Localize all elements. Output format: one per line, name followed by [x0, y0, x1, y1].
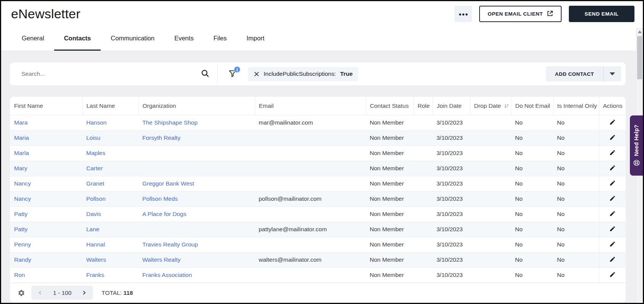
contact-last-name-link[interactable]: Hanson — [86, 119, 106, 126]
contact-first-name-link[interactable]: Randy — [14, 256, 31, 263]
column-header-join-date[interactable]: Join Date — [433, 97, 470, 115]
contact-last-name-link[interactable]: Hannal — [86, 241, 105, 248]
contact-organization-link[interactable]: A Place for Dogs — [142, 211, 186, 217]
tab-contacts[interactable]: Contacts — [54, 27, 101, 51]
edit-contact-button[interactable] — [607, 224, 618, 234]
tab-communication[interactable]: Communication — [101, 27, 164, 51]
scroll-up-arrow-icon[interactable] — [638, 30, 642, 33]
pencil-icon — [609, 271, 616, 278]
page-range: 1 - 100 — [46, 290, 78, 296]
column-header-first-name[interactable]: First Name — [10, 97, 82, 115]
contact-first-name-link[interactable]: Penny — [14, 241, 31, 248]
contact-drop-date — [470, 146, 511, 161]
pencil-icon — [609, 165, 616, 171]
edit-contact-button[interactable] — [607, 148, 618, 158]
grid-settings-button[interactable] — [18, 289, 25, 297]
contact-organization-link[interactable]: Pollson Meds — [142, 195, 178, 202]
edit-contact-button[interactable] — [607, 240, 618, 250]
contact-actions-cell — [599, 130, 626, 146]
edit-contact-button[interactable] — [607, 194, 618, 204]
add-contact-button[interactable]: ADD CONTACT — [546, 66, 604, 82]
column-header-last-name[interactable]: Last Name — [82, 97, 138, 115]
need-help-tab[interactable]: Need Help? — [630, 115, 643, 176]
contact-last-name-link[interactable]: Pollson — [86, 195, 106, 202]
contact-organization-link[interactable]: Forsyth Realty — [142, 134, 180, 141]
contact-last-name-link[interactable]: Maples — [86, 150, 105, 156]
contact-status: Non Member — [366, 252, 414, 267]
tab-events[interactable]: Events — [164, 27, 203, 51]
contact-join-date: 3/10/2023 — [433, 130, 470, 146]
contact-first-name-link[interactable]: Patty — [14, 226, 27, 232]
column-header-is-internal-only[interactable]: Is Internal Only — [553, 97, 599, 115]
next-page-button[interactable] — [78, 290, 90, 296]
pagination: 1 - 100 — [31, 286, 93, 300]
column-header-organization[interactable]: Organization — [138, 97, 255, 115]
edit-contact-button[interactable] — [607, 209, 618, 219]
contact-first-name-link[interactable]: Patty — [14, 211, 27, 217]
contact-last-name-link[interactable]: Walters — [86, 256, 106, 263]
contact-join-date: 3/10/2023 — [433, 161, 470, 176]
contact-role — [414, 130, 433, 146]
open-email-client-button[interactable]: OPEN EMAIL CLIENT — [479, 6, 562, 22]
edit-contact-button[interactable] — [607, 179, 618, 189]
contact-first-name-link[interactable]: Mara — [14, 119, 27, 126]
tab-import[interactable]: Import — [237, 27, 274, 51]
contact-email — [255, 161, 366, 176]
gear-icon — [18, 289, 25, 297]
contact-role — [414, 267, 433, 283]
contact-last-name-link[interactable]: Carter — [86, 165, 103, 171]
contact-first-name-link[interactable]: Nancy — [14, 195, 31, 202]
chevron-left-icon — [37, 290, 43, 296]
contact-last-name-link[interactable]: Davis — [86, 211, 101, 217]
edit-contact-button[interactable] — [607, 255, 618, 265]
contact-actions-cell — [599, 176, 626, 191]
contact-last-name-link[interactable]: Granet — [86, 180, 104, 187]
contact-is-internal-only: No — [553, 222, 599, 237]
edit-contact-button[interactable] — [607, 270, 618, 280]
contact-organization-link[interactable]: Travies Realty Group — [142, 241, 198, 248]
search-icon[interactable] — [201, 69, 209, 79]
contact-actions-cell — [599, 222, 626, 237]
tab-general[interactable]: General — [12, 27, 54, 51]
tab-files[interactable]: Files — [203, 27, 237, 51]
filter-chip: IncludePublicSubscriptions: True — [248, 67, 358, 81]
contact-is-internal-only: No — [553, 252, 599, 267]
contact-last-name-link[interactable]: Lane — [86, 226, 99, 232]
contact-last-name-link[interactable]: Franks — [86, 272, 104, 278]
column-header-drop-date[interactable]: Drop Date — [470, 97, 511, 115]
contact-first-name-link[interactable]: Nancy — [14, 180, 31, 187]
contact-do-not-email: No — [511, 176, 553, 191]
column-header-contact-status[interactable]: Contact Status — [366, 97, 414, 115]
chevron-down-icon — [610, 72, 615, 75]
filter-button[interactable]: 1 — [228, 69, 237, 78]
search-input[interactable] — [21, 70, 201, 77]
contact-first-name-link[interactable]: Mary — [14, 165, 27, 171]
column-header-do-not-email[interactable]: Do Not Email — [511, 97, 553, 115]
contact-organization-link[interactable]: The Shipshape Shop — [142, 119, 198, 126]
add-contact-dropdown-button[interactable] — [604, 66, 621, 82]
edit-contact-button[interactable] — [607, 118, 618, 128]
column-header-actions[interactable]: Actions — [599, 97, 626, 115]
contact-first-name-link[interactable]: Ron — [14, 272, 25, 278]
edit-contact-button[interactable] — [607, 163, 618, 173]
previous-page-button[interactable] — [34, 290, 46, 296]
contact-organization-link[interactable]: Franks Association — [142, 272, 192, 278]
contact-last-name-link[interactable]: Loisu — [86, 134, 100, 141]
edit-contact-button[interactable] — [607, 133, 618, 143]
external-link-icon — [547, 10, 553, 18]
more-options-button[interactable] — [454, 6, 472, 22]
scrollbar-thumb[interactable] — [637, 36, 642, 79]
contact-actions-cell — [599, 237, 626, 252]
contact-is-internal-only: No — [553, 237, 599, 252]
column-header-email[interactable]: Email — [255, 97, 366, 115]
contact-first-name-link[interactable]: Marla — [14, 150, 29, 156]
contact-first-name-link[interactable]: Maria — [14, 134, 29, 141]
remove-filter-icon[interactable] — [254, 71, 259, 77]
contact-organization-link[interactable]: Walters Realty — [142, 256, 180, 263]
column-header-role[interactable]: Role — [414, 97, 433, 115]
send-email-button[interactable]: SEND EMAIL — [569, 6, 634, 22]
contact-drop-date — [470, 222, 511, 237]
contact-status: Non Member — [366, 161, 414, 176]
contact-role — [414, 191, 433, 206]
contact-organization-link[interactable]: Greggor Bank West — [142, 180, 194, 187]
